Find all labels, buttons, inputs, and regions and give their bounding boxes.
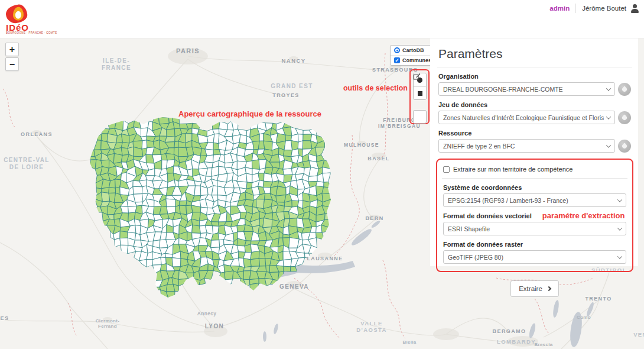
resource-select[interactable]: ZNIEFF de type 2 en BFC: [438, 139, 615, 153]
logo-blob-icon: [5, 4, 28, 24]
title-divider: [437, 67, 632, 67]
dataset-select[interactable]: Zones Naturelles d'Intérêt Ecologique Fa…: [438, 111, 615, 124]
svg-text:MULHOUSE: MULHOUSE: [344, 142, 379, 148]
territory-checkbox-label: Extraire sur mon territoire de compétenc…: [453, 166, 573, 173]
polygon-edit-tool[interactable]: [413, 110, 427, 124]
chevron-down-icon: [617, 197, 622, 202]
svg-text:ORLEANS: ORLEANS: [21, 131, 53, 137]
svg-text:Biella: Biella: [402, 340, 416, 345]
radio-selected-icon: [394, 47, 400, 53]
dataset-metadata-button[interactable]: [618, 111, 631, 124]
layer-label-cartodb: CartoDB: [402, 47, 424, 53]
zoom-control: + −: [5, 43, 19, 72]
layer-checkbox-communes[interactable]: ✓ Communes: [391, 55, 435, 65]
svg-text:BERGAMO: BERGAMO: [493, 328, 526, 334]
user-icon[interactable]: [630, 4, 639, 13]
organisation-label: Organisation: [438, 73, 631, 80]
svg-text:GRAND EST: GRAND EST: [271, 83, 313, 89]
parameters-panel: Paramètres Organisation DREAL BOURGOGNE-…: [430, 38, 638, 266]
svg-text:STRASBOURG: STRASBOURG: [372, 67, 418, 73]
svg-text:GENEVA: GENEVA: [279, 283, 309, 290]
vector-format-select[interactable]: ESRI Shapefile: [443, 222, 626, 235]
header-divider: [575, 4, 576, 13]
extraction-params-highlight: Extraire sur mon territoire de compétenc…: [436, 159, 633, 272]
svg-text:VEN: VEN: [633, 331, 644, 338]
svg-text:Brescia: Brescia: [534, 342, 552, 347]
organisation-metadata-button[interactable]: [618, 83, 631, 96]
chevron-down-icon: [606, 143, 611, 147]
svg-text:Como: Como: [577, 315, 591, 320]
svg-text:BASEL: BASEL: [367, 156, 390, 161]
edit-square-icon: [413, 73, 421, 80]
metadata-icon: [621, 86, 627, 92]
svg-text:CENTRE-VALDE LOIRE: CENTRE-VALDE LOIRE: [4, 157, 50, 170]
crs-label: Système de coordonnées: [443, 184, 626, 191]
admin-link[interactable]: admin: [549, 5, 570, 12]
checkbox-divider: [442, 178, 627, 179]
layer-label-communes: Communes: [402, 57, 431, 63]
chevron-down-icon: [606, 114, 611, 119]
box-select-tool[interactable]: [414, 86, 426, 99]
metadata-icon: [621, 143, 627, 149]
app-header: IDéO BOURGOGNE · FRANCHE · COMTE admin J…: [0, 0, 644, 38]
svg-text:LAUSANNE: LAUSANNE: [307, 256, 343, 261]
raster-format-select[interactable]: GeoTIFF (JPEG 80): [443, 250, 626, 264]
user-name[interactable]: Jérôme Boutet: [582, 5, 626, 12]
logo-subtitle: BOURGOGNE · FRANCHE · COMTE: [6, 31, 47, 34]
svg-text:LYON: LYON: [205, 323, 224, 329]
svg-text:LOMBARDY: LOMBARDY: [497, 338, 536, 345]
svg-text:BERN: BERN: [365, 215, 383, 221]
resource-label: Ressource: [438, 130, 631, 137]
metadata-icon: [621, 114, 627, 121]
chevron-down-icon: [617, 225, 622, 230]
chevron-right-icon: [547, 286, 551, 291]
chevron-down-icon: [606, 86, 611, 91]
layer-switcher: CartoDB ✓ Communes: [390, 45, 435, 66]
checkbox-checked-icon: ✓: [394, 57, 400, 63]
dataset-label: Jeu de données: [438, 101, 631, 108]
svg-text:ES: ES: [1, 315, 9, 321]
chevron-down-icon: [617, 254, 622, 258]
svg-text:TROYES: TROYES: [272, 92, 299, 98]
raster-format-label: Format de données raster: [443, 241, 626, 248]
crs-select[interactable]: EPSG:2154 (RGF93 / Lambert-93 - France): [443, 193, 626, 207]
svg-text:VALLED'AOSTA: VALLED'AOSTA: [356, 320, 386, 333]
zoom-out-button[interactable]: −: [5, 57, 19, 71]
territory-checkbox-row[interactable]: Extraire sur mon territoire de compétenc…: [443, 166, 626, 173]
ideo-logo[interactable]: IDéO BOURGOGNE · FRANCHE · COMTE: [6, 5, 47, 34]
square-icon: [418, 91, 422, 96]
extract-button[interactable]: Extraire: [510, 280, 559, 297]
organisation-select[interactable]: DREAL BOURGOGNE-FRANCHE-COMTE: [438, 82, 615, 96]
logo-title: IDéO: [6, 24, 47, 31]
svg-text:PARIS: PARIS: [176, 47, 200, 54]
zoom-in-button[interactable]: +: [5, 43, 19, 56]
svg-text:ILE-DE-FRANCE: ILE-DE-FRANCE: [102, 57, 131, 71]
vector-format-label: Format de données vectoriel: [443, 212, 532, 219]
territory-checkbox[interactable]: [443, 166, 450, 173]
layer-radio-cartodb[interactable]: CartoDB: [391, 46, 435, 55]
annotation-extraction-params: paramétre d'extraction: [542, 211, 625, 220]
panel-title: Paramètres: [438, 47, 631, 61]
resource-metadata-button[interactable]: [618, 140, 631, 153]
selection-tools: [413, 73, 427, 124]
svg-text:NANCY: NANCY: [282, 57, 306, 64]
svg-text:Annecy: Annecy: [197, 311, 217, 316]
svg-text:Clermont-Ferrand: Clermont-Ferrand: [96, 318, 120, 329]
